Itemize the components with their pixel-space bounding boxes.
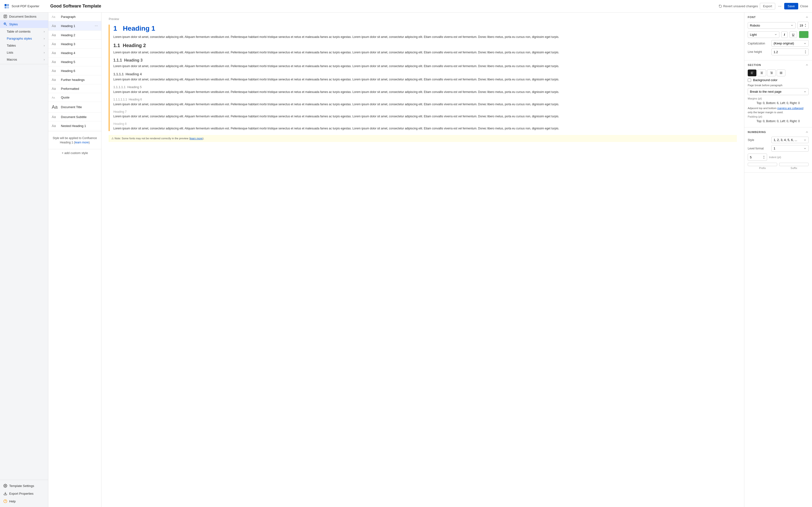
numbering-style-label: Style	[748, 138, 769, 142]
style-list-item-further-headings[interactable]: Aa Further headings	[48, 75, 101, 84]
paragraph-aa-icon: Aa	[52, 15, 58, 18]
line-height-up[interactable]: ▲	[805, 50, 806, 52]
help-icon	[3, 499, 7, 503]
chevron-down-icon	[804, 42, 806, 45]
style-list-item-paragraph[interactable]: Aa Paragraph	[48, 12, 101, 21]
style-list-item-heading1[interactable]: Aa Heading 1 ···	[48, 21, 101, 31]
heading4-aa-icon: Aa	[52, 51, 58, 55]
preview-heading4: 1.1.1.1 Heading 4	[113, 72, 737, 76]
style-list-item-heading5[interactable]: Aa Heading 5	[48, 57, 101, 66]
collapse-icon	[805, 130, 809, 134]
revert-button[interactable]: Revert unsaved changes	[719, 4, 758, 8]
level-format-label: Level format	[748, 147, 769, 150]
sidebar-sub-item-tables[interactable]: Tables ›	[0, 42, 48, 49]
save-button[interactable]: Save	[784, 3, 798, 9]
numbering-section-header[interactable]: NUMBERING	[744, 127, 812, 136]
font-section: FONT Roboto 19 ▲ ▼	[744, 12, 812, 60]
close-button[interactable]: Close	[800, 4, 808, 8]
heading5-aa-icon: Aa	[52, 60, 58, 64]
heading1-menu-icon[interactable]: ···	[95, 24, 98, 28]
preview-font-note: ⚠ Note: Some fonts may not be rendered c…	[109, 135, 737, 142]
suffix-input[interactable]	[779, 163, 809, 166]
style-list-item-heading3[interactable]: Aa Heading 3	[48, 40, 101, 49]
bg-color-row: Background color	[748, 78, 809, 82]
suffix-group: Suffix	[779, 163, 809, 169]
sidebar-sub-item-macros[interactable]: Macros ›	[0, 56, 48, 63]
preview-h1-num: 1	[113, 24, 117, 32]
indent-up[interactable]: ▲	[763, 155, 765, 157]
font-family-select[interactable]: Roboto	[748, 22, 796, 29]
indent-value-field[interactable]: 5 ▲ ▼	[748, 154, 767, 161]
preview-heading5: 1.1.1.1.1 Heading 5	[113, 85, 737, 89]
sidebar-sub-label-toc: Table of contents	[7, 30, 31, 33]
preview-heading3: 1.1.1 Heading 3	[113, 58, 737, 62]
collapse-icon	[805, 15, 809, 19]
style-list-item-preformatted[interactable]: Aa Preformatted	[48, 84, 101, 93]
heading6-aa-icon: Aa	[52, 69, 58, 73]
style-list-item-document-subtitle[interactable]: Aa Document Subtitle	[48, 113, 101, 121]
sidebar-sub-item-lists[interactable]: Lists ›	[0, 49, 48, 56]
preview-body-7: Lorem ipsum dolor sit amet, consectetur …	[113, 114, 737, 119]
preview-body-8: Lorem ipsum dolor sit amet, consectetur …	[113, 126, 737, 131]
preview-learn-more-link[interactable]: learn more	[190, 137, 203, 140]
preview-body-6: Lorem ipsum dolor sit amet, consectetur …	[113, 102, 737, 107]
font-size-field[interactable]: 19 ▲ ▼	[798, 22, 809, 29]
svg-rect-0	[5, 4, 6, 6]
font-section-header[interactable]: FONT	[744, 12, 812, 21]
section-section-header[interactable]: SECTION	[744, 60, 812, 68]
heading3-aa-icon: Aa	[52, 42, 58, 46]
style-list-item-heading6[interactable]: Aa Heading 6	[48, 66, 101, 75]
export-button[interactable]: Export	[760, 3, 775, 9]
page-break-label: Page break before paragraph	[748, 84, 809, 87]
align-left-button[interactable]	[748, 69, 756, 76]
style-list-item-heading2[interactable]: Aa Heading 2	[48, 31, 101, 40]
line-height-down[interactable]: ▼	[805, 52, 806, 54]
preview-body-4: Lorem ipsum dolor sit amet, consectetur …	[113, 77, 737, 82]
level-format-select[interactable]: 1	[771, 145, 809, 152]
further-headings-aa-icon: Aa	[52, 78, 58, 81]
indent-down[interactable]: ▼	[763, 157, 765, 159]
sidebar-item-document-sections[interactable]: Document Sections	[0, 12, 48, 20]
preview-body-3: Lorem ipsum dolor sit amet, consectetur …	[113, 64, 737, 68]
style-list-item-nested-heading1[interactable]: Aa Nested Heading 1	[48, 121, 101, 130]
italic-button[interactable]: I	[781, 32, 788, 38]
line-height-field[interactable]: 1.2 ▲ ▼	[771, 49, 809, 55]
font-weight-select[interactable]: Light	[748, 32, 779, 38]
align-right-button[interactable]	[767, 69, 776, 76]
margins-collapsed-link[interactable]: margins are collapsed	[777, 107, 803, 110]
chevron-right-icon: ›	[44, 44, 45, 47]
learn-more-link[interactable]: learn more	[75, 141, 89, 144]
prefix-label: Prefix	[748, 167, 777, 169]
sidebar-sub-label-paragraphs: Paragraphs styles	[7, 37, 32, 40]
bg-color-checkbox[interactable]	[748, 78, 751, 82]
capitalization-select[interactable]: (Keep original)	[771, 40, 809, 47]
more-options-button[interactable]: ···	[777, 4, 782, 8]
sidebar-item-help[interactable]: Help	[0, 497, 48, 505]
font-size-up[interactable]: ▲	[805, 23, 806, 25]
numbering-style-select[interactable]: 1, 2, 3, 4, 5, 6, ...	[771, 137, 809, 143]
page-break-select[interactable]: Break to the next page	[748, 88, 809, 95]
align-center-button[interactable]	[757, 69, 766, 76]
sidebar-sub-item-toc[interactable]: Table of contents ›	[0, 28, 48, 35]
preformatted-label: Preformatted	[61, 87, 98, 91]
align-right-icon	[770, 71, 773, 74]
line-height-label: Line height	[748, 50, 769, 54]
font-color-swatch[interactable]	[799, 31, 809, 38]
align-justify-button[interactable]	[777, 69, 785, 76]
sidebar-item-styles[interactable]: Styles	[0, 20, 48, 28]
indent-label: Indent (pt)	[769, 156, 781, 159]
sidebar-sub-item-paragraphs[interactable]: Paragraphs styles ›	[0, 35, 48, 42]
document-title-aa-icon: Aa	[52, 104, 58, 110]
preview-content: 1 Heading 1 Lorem ipsum dolor sit amet, …	[109, 24, 737, 131]
margins-note: Adjacent top and bottom margins are coll…	[748, 106, 809, 114]
font-size-down[interactable]: ▼	[805, 25, 806, 27]
style-list-item-heading4[interactable]: Aa Heading 4	[48, 49, 101, 57]
sidebar-item-export-properties[interactable]: Export Properties	[0, 490, 48, 497]
add-custom-style-button[interactable]: + add custom style	[48, 149, 101, 157]
margins-label: Margins (pt)	[748, 97, 809, 100]
prefix-input[interactable]	[748, 163, 777, 166]
style-list-item-document-title[interactable]: Aa Document Title	[48, 102, 101, 113]
sidebar-item-template-settings[interactable]: Template Settings	[0, 482, 48, 490]
style-list-item-quote[interactable]: Aa Quote	[48, 93, 101, 102]
underline-button[interactable]: U	[790, 32, 797, 38]
